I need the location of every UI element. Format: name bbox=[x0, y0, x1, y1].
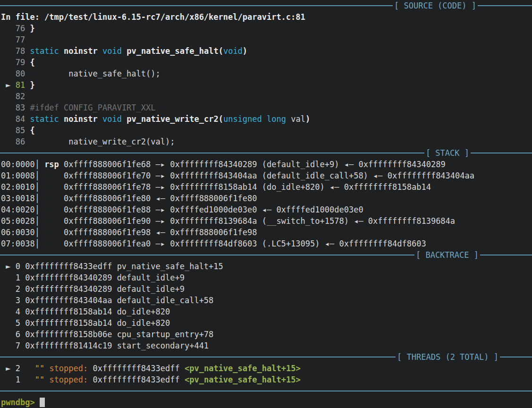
bottom-separator bbox=[0, 385, 532, 397]
terminal-line: 07:0038│ 0xffff888006f1fea0 —▸ 0xfffffff… bbox=[0, 238, 532, 249]
horizontal-rule bbox=[0, 255, 414, 255]
text-cursor[interactable] bbox=[40, 398, 45, 407]
horizontal-rule bbox=[0, 391, 532, 391]
horizontal-rule bbox=[0, 357, 396, 357]
threads-panel: ► 2 "" stopped: 0xffffffff8433edff <pv_n… bbox=[0, 363, 532, 385]
horizontal-rule bbox=[0, 5, 393, 6]
terminal-line: 85 { bbox=[0, 125, 532, 136]
terminal-line: 79 { bbox=[0, 57, 532, 68]
threads-section-title: [ THREADS (2 TOTAL) ] bbox=[397, 351, 498, 363]
terminal-line: 78 static noinstr void pv_native_safe_ha… bbox=[0, 45, 532, 57]
terminal-line: 05:0028│ 0xffff888006f1fe90 —▸ 0xfffffff… bbox=[0, 215, 532, 227]
terminal-line: 77 bbox=[0, 34, 532, 45]
stack-section-header: [ STACK ] bbox=[0, 147, 532, 159]
horizontal-rule bbox=[500, 357, 532, 357]
terminal-line: 01:0008│ 0xffff888006f1fe70 —▸ 0xfffffff… bbox=[0, 170, 532, 181]
terminal-line: 76 } bbox=[0, 23, 532, 34]
terminal-line: 04:0020│ 0xffff888006f1fe88 —▸ 0xffffed1… bbox=[0, 204, 532, 215]
terminal-line: 4 0xffffffff8158ab14 do_idle+820 bbox=[0, 306, 532, 317]
command-prompt-line[interactable]: pwndbg> bbox=[0, 397, 532, 408]
terminal-line: 82 bbox=[0, 91, 532, 102]
source-section-title: [ SOURCE (CODE) ] bbox=[394, 0, 476, 11]
terminal-line: 03:0018│ 0xffff888006f1fe80 ◂— 0xffff888… bbox=[0, 193, 532, 204]
stack-panel: 00:0000│ rsp 0xffff888006f1fe68 —▸ 0xfff… bbox=[0, 159, 532, 249]
backtrace-section-title: [ BACKTRACE ] bbox=[416, 249, 479, 261]
terminal-line: ► 81 } bbox=[0, 79, 532, 91]
source-panel: In file: /tmp/test/linux-6.15-rc7/arch/x… bbox=[0, 11, 532, 147]
horizontal-rule bbox=[478, 5, 532, 6]
terminal-line: 1 0xffffffff84340289 default_idle+9 bbox=[0, 272, 532, 283]
terminal-line: 00:0000│ rsp 0xffff888006f1fe68 —▸ 0xfff… bbox=[0, 159, 532, 170]
terminal-line: 5 0xffffffff8158ab14 do_idle+820 bbox=[0, 317, 532, 329]
backtrace-section-header: [ BACKTRACE ] bbox=[0, 249, 532, 261]
terminal-line: 86 native_write_cr2(val); bbox=[0, 136, 532, 147]
terminal-line: 7 0xffffffff81414c19 start_secondary+441 bbox=[0, 340, 532, 351]
terminal-line: 83 #ifdef CONFIG_PARAVIRT_XXL bbox=[0, 102, 532, 113]
terminal-line: 84 static noinstr void pv_native_write_c… bbox=[0, 113, 532, 125]
backtrace-panel: ► 0 0xffffffff8433edff pv_native_safe_ha… bbox=[0, 261, 532, 351]
terminal-line: 2 0xffffffff84340289 default_idle+9 bbox=[0, 283, 532, 295]
terminal: [ SOURCE (CODE) ] In file: /tmp/test/lin… bbox=[0, 0, 532, 408]
threads-section-header: [ THREADS (2 TOTAL) ] bbox=[0, 351, 532, 363]
terminal-line: ► 0 0xffffffff8433edff pv_native_safe_ha… bbox=[0, 261, 532, 272]
terminal-line: ► 2 "" stopped: 0xffffffff8433edff <pv_n… bbox=[0, 363, 532, 374]
terminal-line: 6 0xffffffff8158b06e cpu_startup_entry+7… bbox=[0, 329, 532, 340]
terminal-line: 06:0030│ 0xffff888006f1fe98 ◂— 0xffff888… bbox=[0, 227, 532, 238]
prompt-space bbox=[35, 398, 40, 407]
terminal-line: 1 "" stopped: 0xffffffff8433edff <pv_nat… bbox=[0, 374, 532, 385]
terminal-line: 02:0010│ 0xffff888006f1fe78 —▸ 0xfffffff… bbox=[0, 181, 532, 193]
terminal-line: In file: /tmp/test/linux-6.15-rc7/arch/x… bbox=[0, 11, 532, 23]
terminal-line: 3 0xffffffff843404aa default_idle_call+5… bbox=[0, 295, 532, 306]
prompt-label: pwndbg> bbox=[1, 398, 35, 407]
horizontal-rule bbox=[480, 255, 532, 255]
horizontal-rule bbox=[0, 153, 424, 153]
horizontal-rule bbox=[471, 153, 532, 153]
stack-section-title: [ STACK ] bbox=[426, 147, 469, 159]
terminal-line: 80 native_safe_halt(); bbox=[0, 68, 532, 79]
source-section-header: [ SOURCE (CODE) ] bbox=[0, 0, 532, 11]
